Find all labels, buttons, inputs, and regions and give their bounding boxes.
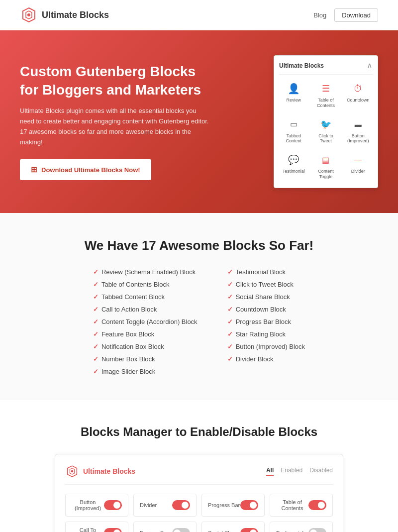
site-logo-text: Ultimate Blocks — [42, 10, 109, 20]
toggle-grid: Button (Improved)DividerProgress BarTabl… — [65, 494, 333, 532]
preview-item-toc: ☰ Table of Contents — [311, 79, 341, 111]
list-item: ✓Feature Box Block — [93, 330, 198, 338]
toggle-switch[interactable] — [308, 528, 326, 532]
toggle-item: Call To Action — [65, 522, 128, 532]
review-icon: 👤 — [287, 82, 300, 96]
tab-all[interactable]: All — [266, 467, 274, 476]
toggle-label: Testimonial — [276, 530, 303, 532]
button-icon: ▬ — [351, 117, 365, 131]
tab-disabled[interactable]: Disabled — [309, 467, 333, 476]
tweet-icon: 🐦 — [319, 117, 333, 131]
toggle-switch[interactable] — [240, 500, 258, 510]
toggle-item: Progress Bar — [201, 494, 265, 517]
toggle-label: Button (Improved) — [72, 499, 104, 511]
preview-header: Ultimate Blocks ∧ — [279, 61, 373, 75]
preview-grid: 👤 Review ☰ Table of Contents ⏱ Countdown… — [279, 79, 373, 183]
blocks-columns: ✓Review (Schema Enabled) Block ✓Table of… — [20, 268, 378, 375]
manager-title: Blocks Manager to Enable/Disable Blocks — [20, 425, 378, 439]
manager-logo: Ultimate Blocks — [65, 464, 135, 478]
list-item: ✓Social Share Block — [227, 293, 305, 301]
logo-icon — [20, 6, 38, 24]
list-item: ✓Review (Schema Enabled) Block — [93, 268, 198, 276]
manager-logo-icon — [65, 464, 79, 478]
manager-header: Ultimate Blocks All Enabled Disabled — [65, 464, 333, 485]
toggle-switch[interactable] — [172, 500, 190, 510]
manager-logo-text: Ultimate Blocks — [83, 467, 135, 475]
logo-area: Ultimate Blocks — [20, 6, 109, 24]
hero-description: Ultimate Blocks plugin comes with all th… — [20, 106, 209, 147]
hero-title: Custom Gutenberg Blocks for Bloggers and… — [20, 63, 209, 99]
svg-point-5 — [71, 470, 74, 472]
blocks-list-section: We Have 17 Awesome Blocks So Far! ✓Revie… — [0, 213, 398, 400]
hero-section: Custom Gutenberg Blocks for Bloggers and… — [0, 30, 398, 213]
list-item: ✓Progress Bar Block — [227, 318, 305, 325]
list-item: ✓Countdown Block — [227, 306, 305, 313]
toggle-switch[interactable] — [104, 528, 122, 532]
manager-tabs: All Enabled Disabled — [266, 467, 333, 476]
divider-icon: — — [351, 153, 365, 167]
toggle-switch[interactable] — [172, 528, 190, 532]
toggle-item: Social Share — [201, 522, 265, 532]
list-item: ✓Content Toggle (Accordion) Block — [93, 318, 198, 325]
toggle-label: Divider — [140, 502, 157, 508]
preview-item-tabbed: ▭ Tabbed Content — [279, 114, 308, 147]
preview-title: Ultimate Blocks — [279, 62, 324, 69]
list-item: ✓Image Slider Block — [93, 368, 198, 375]
toc-icon: ☰ — [319, 82, 333, 96]
wordpress-icon: ⊞ — [31, 165, 37, 174]
toggle-icon: ▤ — [319, 153, 333, 167]
toggle-label: Call To Action — [72, 527, 104, 532]
toggle-label: Social Share — [208, 530, 239, 532]
plugin-preview-box: Ultimate Blocks ∧ 👤 Review ☰ Table of Co… — [274, 55, 378, 188]
blocks-col-left: ✓Review (Schema Enabled) Block ✓Table of… — [93, 268, 198, 375]
toggle-label: Progress Bar — [208, 502, 240, 508]
testimonial-icon: 💬 — [287, 153, 300, 167]
preview-item-divider: — Divider — [343, 150, 373, 183]
toggle-switch[interactable] — [104, 500, 122, 510]
list-item: ✓Divider Block — [227, 355, 305, 363]
toggle-switch[interactable] — [240, 528, 258, 532]
countdown-icon: ⏱ — [351, 82, 365, 96]
list-item: ✓Click to Tweet Block — [227, 281, 305, 288]
toggle-label: Feature Box — [140, 530, 170, 532]
toggle-item: Feature Box — [133, 522, 197, 532]
tabbed-icon: ▭ — [287, 117, 300, 131]
list-item: ✓Button (Improved) Block — [227, 343, 305, 350]
nav-blog[interactable]: Blog — [313, 11, 326, 19]
list-item: ✓Tabbed Content Block — [93, 293, 198, 301]
list-item: ✓Table of Contents Block — [93, 281, 198, 288]
toggle-item: Divider — [133, 494, 197, 517]
hero-download-button[interactable]: ⊞ Download Ultimate Blocks Now! — [20, 159, 151, 180]
preview-item-review: 👤 Review — [279, 79, 308, 111]
manager-section: Blocks Manager to Enable/Disable Blocks … — [0, 400, 398, 532]
toggle-switch[interactable] — [308, 500, 326, 510]
list-item: ✓Star Rating Block — [227, 330, 305, 338]
preview-item-button: ▬ Button (Improved) — [343, 114, 373, 147]
close-icon[interactable]: ∧ — [367, 61, 373, 70]
tab-enabled[interactable]: Enabled — [281, 467, 302, 476]
preview-item-testimonial: 💬 Testimonial — [279, 150, 308, 183]
main-nav: Blog Download — [313, 8, 378, 22]
toggle-label: Table of Contents — [276, 499, 308, 511]
list-item: ✓Number Box Block — [93, 355, 198, 363]
list-item: ✓Testimonial Block — [227, 268, 305, 276]
toggle-item: Button (Improved) — [65, 494, 128, 517]
site-header: Ultimate Blocks Blog Download — [0, 0, 398, 30]
hero-text: Custom Gutenberg Blocks for Bloggers and… — [20, 63, 209, 180]
preview-item-toggle: ▤ Content Toggle — [311, 150, 341, 183]
nav-download-button[interactable]: Download — [334, 8, 378, 22]
list-item: ✓Notification Box Block — [93, 343, 198, 350]
preview-item-tweet: 🐦 Click to Tweet — [311, 114, 341, 147]
blocks-section-title: We Have 17 Awesome Blocks So Far! — [20, 238, 378, 253]
toggle-item: Table of Contents — [270, 494, 333, 517]
toggle-item: Testimonial — [270, 522, 333, 532]
preview-item-countdown: ⏱ Countdown — [343, 79, 373, 111]
list-item: ✓Call to Action Block — [93, 306, 198, 313]
blocks-col-right: ✓Testimonial Block ✓Click to Tweet Block… — [227, 268, 305, 375]
manager-box: Ultimate Blocks All Enabled Disabled But… — [55, 454, 343, 532]
svg-point-2 — [27, 13, 30, 16]
